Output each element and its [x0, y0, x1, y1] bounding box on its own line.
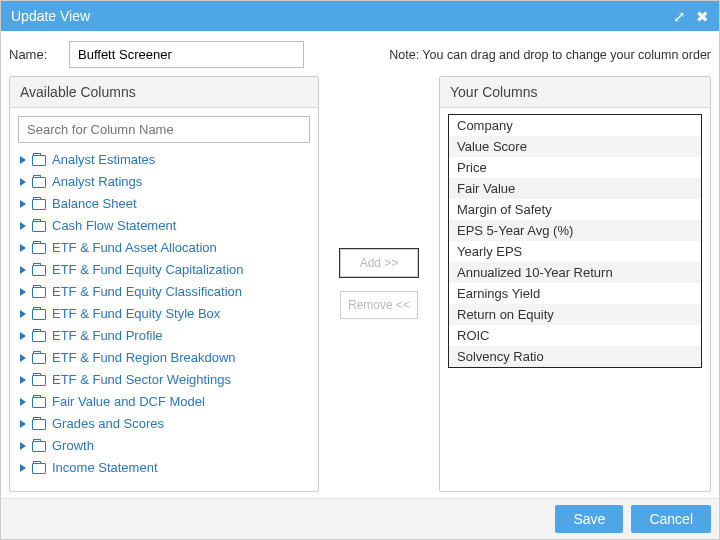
tree-item[interactable]: Analyst Estimates: [18, 149, 310, 171]
save-button[interactable]: Save: [555, 505, 623, 533]
chevron-right-icon: [20, 222, 26, 230]
tree-item[interactable]: ETF & Fund Sector Weightings: [18, 369, 310, 391]
titlebar: Update View ⤢ ✖: [1, 1, 719, 31]
folder-icon: [32, 419, 46, 430]
chevron-right-icon: [20, 442, 26, 450]
your-columns-body: CompanyValue ScorePriceFair ValueMargin …: [440, 108, 710, 491]
tree-item-label: ETF & Fund Asset Allocation: [52, 239, 217, 257]
tree-item[interactable]: ETF & Fund Profile: [18, 325, 310, 347]
dialog-body: Available Columns Analyst EstimatesAnaly…: [1, 76, 719, 498]
chevron-right-icon: [20, 310, 26, 318]
transfer-buttons: Add >> Remove <<: [319, 76, 439, 492]
tree-item[interactable]: ETF & Fund Equity Style Box: [18, 303, 310, 325]
folder-icon: [32, 331, 46, 342]
folder-icon: [32, 287, 46, 298]
your-columns-header: Your Columns: [440, 77, 710, 108]
tree-item[interactable]: Industry Deciles: [18, 479, 310, 483]
tree-item[interactable]: ETF & Fund Equity Capitalization: [18, 259, 310, 281]
chevron-right-icon: [20, 200, 26, 208]
tree-item[interactable]: Growth: [18, 435, 310, 457]
folder-icon: [32, 155, 46, 166]
tree-item-label: Analyst Ratings: [52, 173, 142, 191]
folder-icon: [32, 265, 46, 276]
tree-item[interactable]: Balance Sheet: [18, 193, 310, 215]
chevron-right-icon: [20, 288, 26, 296]
remove-button[interactable]: Remove <<: [340, 291, 418, 319]
your-columns-panel: Your Columns CompanyValue ScorePriceFair…: [439, 76, 711, 492]
tree-item[interactable]: Fair Value and DCF Model: [18, 391, 310, 413]
tree-item[interactable]: Income Statement: [18, 457, 310, 479]
available-columns-header: Available Columns: [10, 77, 318, 108]
chevron-right-icon: [20, 376, 26, 384]
chevron-right-icon: [20, 354, 26, 362]
folder-icon: [32, 309, 46, 320]
drag-note: Note: You can drag and drop to change yo…: [314, 48, 711, 62]
search-input[interactable]: [18, 116, 310, 143]
close-icon[interactable]: ✖: [696, 9, 709, 24]
folder-icon: [32, 199, 46, 210]
folder-icon: [32, 463, 46, 474]
chevron-right-icon: [20, 420, 26, 428]
tree-item-label: ETF & Fund Profile: [52, 327, 163, 345]
available-columns-tree[interactable]: Analyst EstimatesAnalyst RatingsBalance …: [18, 149, 310, 483]
your-column-row[interactable]: ROIC: [449, 325, 701, 346]
tree-item[interactable]: ETF & Fund Equity Classification: [18, 281, 310, 303]
your-columns-list[interactable]: CompanyValue ScorePriceFair ValueMargin …: [448, 114, 702, 368]
name-label: Name:: [9, 47, 59, 62]
tree-item[interactable]: ETF & Fund Region Breakdown: [18, 347, 310, 369]
tree-item[interactable]: Analyst Ratings: [18, 171, 310, 193]
your-column-row[interactable]: EPS 5-Year Avg (%): [449, 220, 701, 241]
dialog-footer: Save Cancel: [1, 498, 719, 539]
tree-item-label: Income Statement: [52, 459, 158, 477]
tree-item-label: ETF & Fund Equity Capitalization: [52, 261, 243, 279]
your-column-row[interactable]: Price: [449, 157, 701, 178]
dialog-title: Update View: [11, 8, 673, 24]
folder-icon: [32, 353, 46, 364]
tree-item-label: ETF & Fund Sector Weightings: [52, 371, 231, 389]
tree-item-label: Grades and Scores: [52, 415, 164, 433]
your-column-row[interactable]: Value Score: [449, 136, 701, 157]
tree-item-label: Growth: [52, 437, 94, 455]
chevron-right-icon: [20, 464, 26, 472]
tree-item-label: ETF & Fund Equity Classification: [52, 283, 242, 301]
tree-item-label: Industry Deciles: [52, 481, 144, 483]
tree-item[interactable]: Grades and Scores: [18, 413, 310, 435]
add-button[interactable]: Add >>: [340, 249, 418, 277]
folder-icon: [32, 375, 46, 386]
tree-item[interactable]: ETF & Fund Asset Allocation: [18, 237, 310, 259]
tree-item[interactable]: Cash Flow Statement: [18, 215, 310, 237]
tree-item-label: Cash Flow Statement: [52, 217, 176, 235]
expand-icon[interactable]: ⤢: [673, 9, 686, 24]
available-columns-body: Analyst EstimatesAnalyst RatingsBalance …: [10, 108, 318, 491]
update-view-dialog: Update View ⤢ ✖ Name: Note: You can drag…: [0, 0, 720, 540]
tree-item-label: ETF & Fund Equity Style Box: [52, 305, 220, 323]
name-row: Name: Note: You can drag and drop to cha…: [1, 31, 719, 76]
folder-icon: [32, 221, 46, 232]
your-column-row[interactable]: Company: [449, 115, 701, 136]
your-column-row[interactable]: Return on Equity: [449, 304, 701, 325]
folder-icon: [32, 441, 46, 452]
tree-item-label: Analyst Estimates: [52, 151, 155, 169]
chevron-right-icon: [20, 332, 26, 340]
tree-item-label: ETF & Fund Region Breakdown: [52, 349, 236, 367]
your-column-row[interactable]: Earnings Yield: [449, 283, 701, 304]
your-column-row[interactable]: Margin of Safety: [449, 199, 701, 220]
available-columns-panel: Available Columns Analyst EstimatesAnaly…: [9, 76, 319, 492]
your-column-row[interactable]: Annualized 10-Year Return: [449, 262, 701, 283]
chevron-right-icon: [20, 244, 26, 252]
folder-icon: [32, 243, 46, 254]
chevron-right-icon: [20, 156, 26, 164]
your-column-row[interactable]: Yearly EPS: [449, 241, 701, 262]
cancel-button[interactable]: Cancel: [631, 505, 711, 533]
window-controls: ⤢ ✖: [673, 9, 709, 24]
name-input[interactable]: [69, 41, 304, 68]
chevron-right-icon: [20, 266, 26, 274]
chevron-right-icon: [20, 398, 26, 406]
your-column-row[interactable]: Fair Value: [449, 178, 701, 199]
your-column-row[interactable]: Solvency Ratio: [449, 346, 701, 367]
chevron-right-icon: [20, 178, 26, 186]
folder-icon: [32, 397, 46, 408]
tree-item-label: Balance Sheet: [52, 195, 137, 213]
tree-item-label: Fair Value and DCF Model: [52, 393, 205, 411]
folder-icon: [32, 177, 46, 188]
